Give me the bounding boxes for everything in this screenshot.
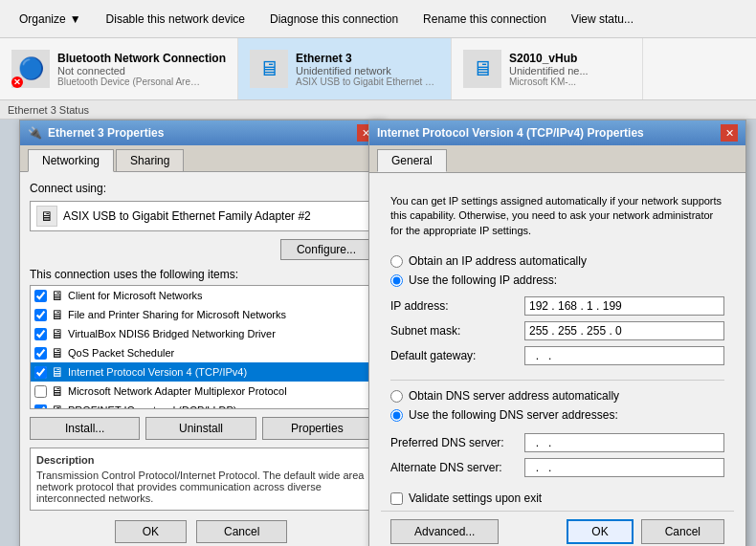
item-4-checkbox[interactable] bbox=[34, 366, 47, 379]
item-0-label: Client for Microsoft Networks bbox=[68, 290, 203, 301]
item-5-checkbox[interactable] bbox=[34, 385, 47, 398]
radio-manual-dns[interactable] bbox=[390, 409, 403, 422]
preferred-dns-label: Preferred DNS server: bbox=[390, 436, 524, 449]
tcp-ok-label: OK bbox=[591, 525, 608, 538]
network-card-bluetooth[interactable]: 🔵 ✕ Bluetooth Network Connection Not con… bbox=[0, 38, 238, 99]
ethernet3-icon: 🖥 bbox=[250, 50, 288, 88]
ethernet3-info: Ethernet 3 Unidentified network ASIX USB… bbox=[296, 52, 439, 87]
subnet-label: Subnet mask: bbox=[390, 324, 524, 338]
tab-networking[interactable]: Networking bbox=[28, 149, 114, 172]
disable-network-button[interactable]: Disable this network device bbox=[95, 0, 256, 37]
eth3-properties-dialog: 🔌 Ethernet 3 Properties ✕ Networking Sha… bbox=[19, 120, 383, 546]
tcp-cancel-button[interactable]: Cancel bbox=[641, 519, 724, 544]
disconnected-x-icon: ✕ bbox=[11, 76, 23, 88]
toolbar: Organize ▼ Disable this network device D… bbox=[0, 0, 756, 38]
ip-radio-section: Obtain an IP address automatically Use t… bbox=[381, 248, 734, 294]
properties-button[interactable]: Properties bbox=[262, 417, 372, 440]
main-area: 🔌 Ethernet 3 Properties ✕ Networking Sha… bbox=[0, 120, 756, 546]
diagnose-button[interactable]: Diagnose this connection bbox=[258, 0, 410, 37]
bluetooth-icon: 🔵 ✕ bbox=[11, 50, 50, 88]
ethernet3-detail: ASIX USB to Gigabit Ethernet Fam... bbox=[296, 76, 439, 87]
s2010-name: S2010_vHub bbox=[509, 52, 589, 65]
s2010-detail: Microsoft KM-... bbox=[509, 76, 589, 87]
network-card-ethernet3[interactable]: 🖥 Ethernet 3 Unidentified network ASIX U… bbox=[238, 38, 452, 99]
status-strip: Ethernet 3 Status bbox=[0, 100, 756, 120]
gateway-label: Default gateway: bbox=[390, 349, 524, 362]
diagnose-label: Diagnose this connection bbox=[270, 12, 398, 26]
advanced-label: Advanced... bbox=[414, 525, 475, 538]
subnet-value: 255 . 255 . 255 . 0 bbox=[529, 324, 622, 338]
dns-section: Obtain DNS server address automatically … bbox=[381, 386, 734, 430]
description-box: Description Transmission Control Protoco… bbox=[30, 448, 372, 511]
tcp-properties-dialog: Internet Protocol Version 4 (TCP/IPv4) P… bbox=[368, 120, 746, 546]
rename-label: Rename this connection bbox=[423, 12, 546, 26]
list-item-5[interactable]: 🖥 Microsoft Network Adapter Multiplexor … bbox=[31, 382, 371, 401]
preferred-dns-value: . . bbox=[529, 436, 558, 449]
tab-sharing[interactable]: Sharing bbox=[116, 149, 184, 171]
list-item-1[interactable]: 🖥 File and Printer Sharing for Microsoft… bbox=[31, 305, 371, 324]
rename-button[interactable]: Rename this connection bbox=[411, 0, 558, 37]
radio-auto-dns-row[interactable]: Obtain DNS server address automatically bbox=[390, 386, 724, 405]
eth3-titlebar: 🔌 Ethernet 3 Properties ✕ bbox=[20, 120, 382, 145]
subnet-input[interactable]: 255 . 255 . 255 . 0 bbox=[524, 321, 724, 340]
item-1-label: File and Printer Sharing for Microsoft N… bbox=[68, 309, 286, 320]
dns-fields: Preferred DNS server: . . Alternate DNS … bbox=[381, 430, 734, 486]
item-0-checkbox[interactable] bbox=[34, 290, 47, 302]
advanced-button[interactable]: Advanced... bbox=[390, 519, 499, 544]
gateway-input[interactable]: . . bbox=[524, 346, 724, 365]
network-cards-row: 🔵 ✕ Bluetooth Network Connection Not con… bbox=[0, 38, 756, 100]
eth3-ok-label: OK bbox=[143, 525, 159, 538]
item-2-checkbox[interactable] bbox=[34, 328, 47, 340]
tcp-close-button[interactable]: ✕ bbox=[721, 124, 738, 142]
radio-auto-ip-row[interactable]: Obtain an IP address automatically bbox=[390, 251, 724, 271]
eth3-cancel-button[interactable]: Cancel bbox=[196, 520, 287, 543]
organize-button[interactable]: Organize ▼ bbox=[8, 0, 93, 37]
radio-manual-ip[interactable] bbox=[390, 274, 403, 287]
validate-label: Validate settings upon exit bbox=[409, 491, 542, 505]
item-5-icon: 🖥 bbox=[51, 383, 64, 399]
radio-manual-ip-row[interactable]: Use the following IP address: bbox=[390, 271, 724, 290]
preferred-dns-input[interactable]: . . bbox=[524, 433, 724, 452]
properties-label: Properties bbox=[291, 422, 344, 435]
item-0-icon: 🖥 bbox=[51, 288, 64, 303]
uninstall-button[interactable]: Uninstall bbox=[145, 417, 256, 440]
radio-auto-ip-label: Obtain an IP address automatically bbox=[409, 254, 587, 268]
item-6-checkbox[interactable] bbox=[34, 404, 47, 410]
viewstatus-button[interactable]: View statu... bbox=[560, 0, 645, 37]
item-3-checkbox[interactable] bbox=[34, 347, 47, 360]
tcp-title-text: Internet Protocol Version 4 (TCP/IPv4) P… bbox=[377, 126, 644, 140]
ethernet3-status: Unidentified network bbox=[296, 65, 439, 76]
tcp-tab-general[interactable]: General bbox=[377, 149, 447, 172]
tcp-ok-button[interactable]: OK bbox=[567, 519, 633, 544]
items-list: 🖥 Client for Microsoft Networks 🖥 File a… bbox=[30, 285, 372, 409]
alternate-dns-input[interactable]: . . bbox=[524, 458, 724, 477]
eth3-ok-button[interactable]: OK bbox=[115, 520, 187, 543]
ip-address-value: 192 . 168 . 1 . 199 bbox=[529, 299, 622, 313]
item-1-checkbox[interactable] bbox=[34, 309, 47, 321]
s2010-status: Unidentified ne... bbox=[509, 65, 589, 76]
gateway-row: Default gateway: . . bbox=[390, 343, 724, 368]
list-item-0[interactable]: 🖥 Client for Microsoft Networks bbox=[31, 286, 371, 305]
tcp-tab-general-label: General bbox=[391, 154, 433, 167]
ip-address-input[interactable]: 192 . 168 . 1 . 199 bbox=[524, 296, 724, 316]
ip-fields: IP address: 192 . 168 . 1 . 199 Subnet m… bbox=[381, 294, 734, 374]
bluetooth-name: Bluetooth Network Connection bbox=[57, 52, 226, 65]
alternate-dns-label: Alternate DNS server: bbox=[390, 461, 524, 474]
radio-auto-dns[interactable] bbox=[390, 390, 403, 403]
network-card-s2010[interactable]: 🖥 S2010_vHub Unidentified ne... Microsof… bbox=[452, 38, 643, 99]
list-item-2[interactable]: 🖥 VirtualBox NDIS6 Bridged Networking Dr… bbox=[31, 324, 371, 343]
list-item-3[interactable]: 🖥 QoS Packet Scheduler bbox=[31, 343, 371, 362]
alternate-dns-value: . . bbox=[529, 461, 558, 474]
radio-auto-ip[interactable] bbox=[390, 255, 403, 268]
s2010-info: S2010_vHub Unidentified ne... Microsoft … bbox=[509, 52, 589, 87]
install-button[interactable]: Install... bbox=[30, 417, 140, 440]
list-item-6[interactable]: 🖥 PROFINET IO protocol (DCP/LLDP) bbox=[31, 401, 371, 409]
validate-checkbox[interactable] bbox=[390, 492, 403, 505]
subnet-row: Subnet mask: 255 . 255 . 255 . 0 bbox=[390, 318, 724, 343]
connect-using-label: Connect using: bbox=[30, 182, 372, 195]
item-3-label: QoS Packet Scheduler bbox=[68, 347, 174, 359]
radio-manual-dns-row[interactable]: Use the following DNS server addresses: bbox=[390, 405, 724, 425]
configure-button[interactable]: Configure... bbox=[280, 239, 372, 260]
validate-row[interactable]: Validate settings upon exit bbox=[381, 486, 734, 511]
list-item-4[interactable]: 🖥 Internet Protocol Version 4 (TCP/IPv4) bbox=[31, 362, 371, 382]
